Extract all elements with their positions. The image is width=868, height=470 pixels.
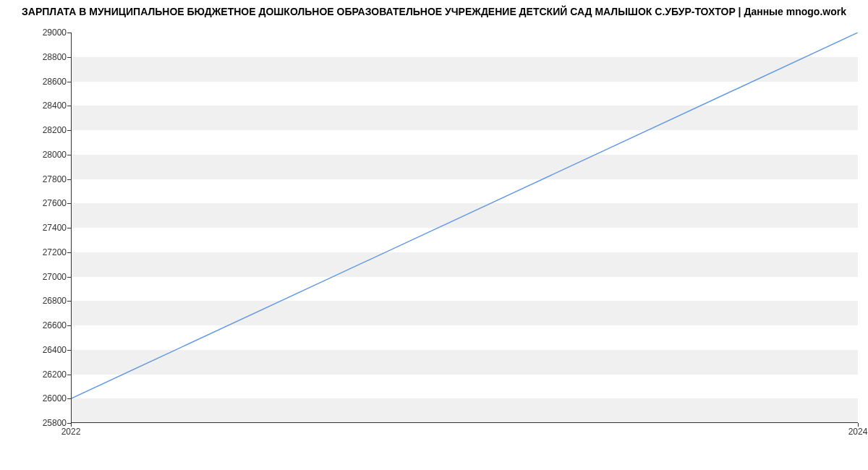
y-tick-mark <box>67 33 71 33</box>
y-tick-mark <box>67 57 71 58</box>
grid-band <box>71 301 858 325</box>
y-tick-mark <box>67 301 71 302</box>
y-tick-label: 26000 <box>43 393 67 403</box>
x-tick-label: 2024 <box>848 427 868 437</box>
y-tick-label: 28800 <box>43 52 67 62</box>
y-tick-label: 27200 <box>43 247 67 257</box>
y-tick-mark <box>67 82 71 82</box>
y-tick-mark <box>67 203 71 204</box>
x-axis-line <box>71 422 858 423</box>
y-tick-label: 26400 <box>43 345 67 355</box>
plot-area <box>71 33 858 423</box>
y-tick-mark <box>67 325 71 326</box>
y-tick-mark <box>67 106 71 106</box>
y-tick-mark <box>67 252 71 253</box>
y-tick-mark <box>67 130 71 131</box>
y-tick-mark <box>67 179 71 180</box>
grid-band <box>71 57 858 82</box>
y-tick-label: 27600 <box>43 198 67 208</box>
y-tick-label: 26600 <box>43 320 67 330</box>
grid-band <box>71 155 858 179</box>
y-tick-label: 27400 <box>43 223 67 233</box>
y-tick-label: 26200 <box>43 369 67 380</box>
grid-band <box>71 350 858 375</box>
y-tick-mark <box>67 277 71 278</box>
chart-container: ЗАРПЛАТА В МУНИЦИПАЛЬНОЕ БЮДЖЕТНОЕ ДОШКО… <box>0 0 868 470</box>
y-axis-line <box>71 33 72 423</box>
y-tick-label: 29000 <box>43 27 67 38</box>
y-tick-label: 26800 <box>43 296 67 306</box>
grid-band <box>71 398 858 423</box>
y-tick-label: 28200 <box>43 125 67 135</box>
x-tick-mark <box>858 423 859 427</box>
x-tick-mark <box>71 423 72 427</box>
grid-band <box>71 252 858 277</box>
y-tick-mark <box>67 398 71 399</box>
chart-title: ЗАРПЛАТА В МУНИЦИПАЛЬНОЕ БЮДЖЕТНОЕ ДОШКО… <box>22 6 846 17</box>
x-tick-label: 2022 <box>61 427 81 437</box>
y-tick-label: 28000 <box>43 150 67 160</box>
y-tick-mark <box>67 228 71 228</box>
y-tick-mark <box>67 375 71 375</box>
y-tick-mark <box>67 350 71 351</box>
y-tick-label: 28600 <box>43 77 67 87</box>
y-tick-label: 27800 <box>43 174 67 184</box>
grid-band <box>71 106 858 130</box>
y-tick-mark <box>67 155 71 155</box>
y-tick-label: 27000 <box>43 272 67 282</box>
grid-band <box>71 203 858 228</box>
y-tick-label: 28400 <box>43 101 67 111</box>
